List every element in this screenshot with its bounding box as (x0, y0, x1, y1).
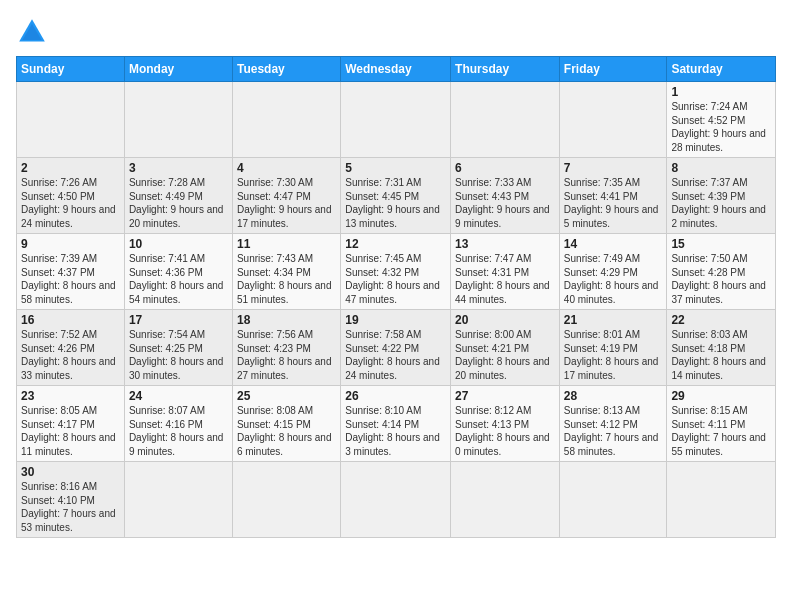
header-wednesday: Wednesday (341, 57, 451, 82)
week-row-0: 1Sunrise: 7:24 AM Sunset: 4:52 PM Daylig… (17, 82, 776, 158)
day-info: Sunrise: 7:30 AM Sunset: 4:47 PM Dayligh… (237, 176, 336, 230)
day-info: Sunrise: 7:28 AM Sunset: 4:49 PM Dayligh… (129, 176, 228, 230)
day-number: 11 (237, 237, 336, 251)
day-info: Sunrise: 7:50 AM Sunset: 4:28 PM Dayligh… (671, 252, 771, 306)
day-number: 4 (237, 161, 336, 175)
day-number: 12 (345, 237, 446, 251)
day-number: 22 (671, 313, 771, 327)
day-cell: 17Sunrise: 7:54 AM Sunset: 4:25 PM Dayli… (124, 310, 232, 386)
day-info: Sunrise: 7:33 AM Sunset: 4:43 PM Dayligh… (455, 176, 555, 230)
day-cell: 16Sunrise: 7:52 AM Sunset: 4:26 PM Dayli… (17, 310, 125, 386)
day-cell (124, 462, 232, 538)
day-number: 16 (21, 313, 120, 327)
day-number: 6 (455, 161, 555, 175)
day-cell (559, 82, 667, 158)
day-info: Sunrise: 8:15 AM Sunset: 4:11 PM Dayligh… (671, 404, 771, 458)
day-number: 27 (455, 389, 555, 403)
day-cell: 5Sunrise: 7:31 AM Sunset: 4:45 PM Daylig… (341, 158, 451, 234)
day-cell: 14Sunrise: 7:49 AM Sunset: 4:29 PM Dayli… (559, 234, 667, 310)
day-info: Sunrise: 7:24 AM Sunset: 4:52 PM Dayligh… (671, 100, 771, 154)
day-number: 23 (21, 389, 120, 403)
day-number: 25 (237, 389, 336, 403)
day-cell: 15Sunrise: 7:50 AM Sunset: 4:28 PM Dayli… (667, 234, 776, 310)
day-number: 5 (345, 161, 446, 175)
day-info: Sunrise: 8:08 AM Sunset: 4:15 PM Dayligh… (237, 404, 336, 458)
header-sunday: Sunday (17, 57, 125, 82)
day-cell: 26Sunrise: 8:10 AM Sunset: 4:14 PM Dayli… (341, 386, 451, 462)
day-number: 21 (564, 313, 663, 327)
day-cell: 1Sunrise: 7:24 AM Sunset: 4:52 PM Daylig… (667, 82, 776, 158)
day-cell: 30Sunrise: 8:16 AM Sunset: 4:10 PM Dayli… (17, 462, 125, 538)
day-info: Sunrise: 8:16 AM Sunset: 4:10 PM Dayligh… (21, 480, 120, 534)
day-number: 1 (671, 85, 771, 99)
day-number: 20 (455, 313, 555, 327)
day-number: 30 (21, 465, 120, 479)
day-info: Sunrise: 7:41 AM Sunset: 4:36 PM Dayligh… (129, 252, 228, 306)
day-cell (232, 462, 340, 538)
day-cell: 11Sunrise: 7:43 AM Sunset: 4:34 PM Dayli… (232, 234, 340, 310)
day-cell: 22Sunrise: 8:03 AM Sunset: 4:18 PM Dayli… (667, 310, 776, 386)
day-cell: 21Sunrise: 8:01 AM Sunset: 4:19 PM Dayli… (559, 310, 667, 386)
day-cell: 20Sunrise: 8:00 AM Sunset: 4:21 PM Dayli… (451, 310, 560, 386)
day-info: Sunrise: 7:45 AM Sunset: 4:32 PM Dayligh… (345, 252, 446, 306)
day-info: Sunrise: 7:49 AM Sunset: 4:29 PM Dayligh… (564, 252, 663, 306)
day-number: 15 (671, 237, 771, 251)
day-number: 9 (21, 237, 120, 251)
header-tuesday: Tuesday (232, 57, 340, 82)
day-cell: 9Sunrise: 7:39 AM Sunset: 4:37 PM Daylig… (17, 234, 125, 310)
day-info: Sunrise: 7:37 AM Sunset: 4:39 PM Dayligh… (671, 176, 771, 230)
day-cell (667, 462, 776, 538)
day-cell (17, 82, 125, 158)
header-monday: Monday (124, 57, 232, 82)
week-row-3: 16Sunrise: 7:52 AM Sunset: 4:26 PM Dayli… (17, 310, 776, 386)
logo-icon (16, 16, 48, 48)
day-number: 17 (129, 313, 228, 327)
day-info: Sunrise: 7:35 AM Sunset: 4:41 PM Dayligh… (564, 176, 663, 230)
day-cell (451, 82, 560, 158)
day-info: Sunrise: 8:05 AM Sunset: 4:17 PM Dayligh… (21, 404, 120, 458)
header-row: SundayMondayTuesdayWednesdayThursdayFrid… (17, 57, 776, 82)
header-saturday: Saturday (667, 57, 776, 82)
week-row-1: 2Sunrise: 7:26 AM Sunset: 4:50 PM Daylig… (17, 158, 776, 234)
logo (16, 16, 52, 48)
header-friday: Friday (559, 57, 667, 82)
day-cell: 25Sunrise: 8:08 AM Sunset: 4:15 PM Dayli… (232, 386, 340, 462)
day-number: 13 (455, 237, 555, 251)
day-cell: 2Sunrise: 7:26 AM Sunset: 4:50 PM Daylig… (17, 158, 125, 234)
day-number: 8 (671, 161, 771, 175)
day-number: 24 (129, 389, 228, 403)
day-cell (341, 462, 451, 538)
day-number: 14 (564, 237, 663, 251)
day-cell: 28Sunrise: 8:13 AM Sunset: 4:12 PM Dayli… (559, 386, 667, 462)
day-number: 2 (21, 161, 120, 175)
week-row-5: 30Sunrise: 8:16 AM Sunset: 4:10 PM Dayli… (17, 462, 776, 538)
day-cell (451, 462, 560, 538)
day-number: 3 (129, 161, 228, 175)
day-cell: 8Sunrise: 7:37 AM Sunset: 4:39 PM Daylig… (667, 158, 776, 234)
day-info: Sunrise: 7:26 AM Sunset: 4:50 PM Dayligh… (21, 176, 120, 230)
day-info: Sunrise: 7:31 AM Sunset: 4:45 PM Dayligh… (345, 176, 446, 230)
day-info: Sunrise: 7:58 AM Sunset: 4:22 PM Dayligh… (345, 328, 446, 382)
day-cell: 7Sunrise: 7:35 AM Sunset: 4:41 PM Daylig… (559, 158, 667, 234)
day-cell (559, 462, 667, 538)
day-cell: 29Sunrise: 8:15 AM Sunset: 4:11 PM Dayli… (667, 386, 776, 462)
day-info: Sunrise: 7:52 AM Sunset: 4:26 PM Dayligh… (21, 328, 120, 382)
day-cell (232, 82, 340, 158)
day-cell: 6Sunrise: 7:33 AM Sunset: 4:43 PM Daylig… (451, 158, 560, 234)
day-info: Sunrise: 8:13 AM Sunset: 4:12 PM Dayligh… (564, 404, 663, 458)
day-info: Sunrise: 8:03 AM Sunset: 4:18 PM Dayligh… (671, 328, 771, 382)
day-cell: 10Sunrise: 7:41 AM Sunset: 4:36 PM Dayli… (124, 234, 232, 310)
header-thursday: Thursday (451, 57, 560, 82)
day-cell: 13Sunrise: 7:47 AM Sunset: 4:31 PM Dayli… (451, 234, 560, 310)
day-info: Sunrise: 7:47 AM Sunset: 4:31 PM Dayligh… (455, 252, 555, 306)
day-info: Sunrise: 8:07 AM Sunset: 4:16 PM Dayligh… (129, 404, 228, 458)
day-cell: 24Sunrise: 8:07 AM Sunset: 4:16 PM Dayli… (124, 386, 232, 462)
day-info: Sunrise: 8:00 AM Sunset: 4:21 PM Dayligh… (455, 328, 555, 382)
calendar-body: 1Sunrise: 7:24 AM Sunset: 4:52 PM Daylig… (17, 82, 776, 538)
day-info: Sunrise: 8:12 AM Sunset: 4:13 PM Dayligh… (455, 404, 555, 458)
day-cell: 23Sunrise: 8:05 AM Sunset: 4:17 PM Dayli… (17, 386, 125, 462)
day-number: 19 (345, 313, 446, 327)
day-number: 18 (237, 313, 336, 327)
week-row-2: 9Sunrise: 7:39 AM Sunset: 4:37 PM Daylig… (17, 234, 776, 310)
day-info: Sunrise: 7:56 AM Sunset: 4:23 PM Dayligh… (237, 328, 336, 382)
